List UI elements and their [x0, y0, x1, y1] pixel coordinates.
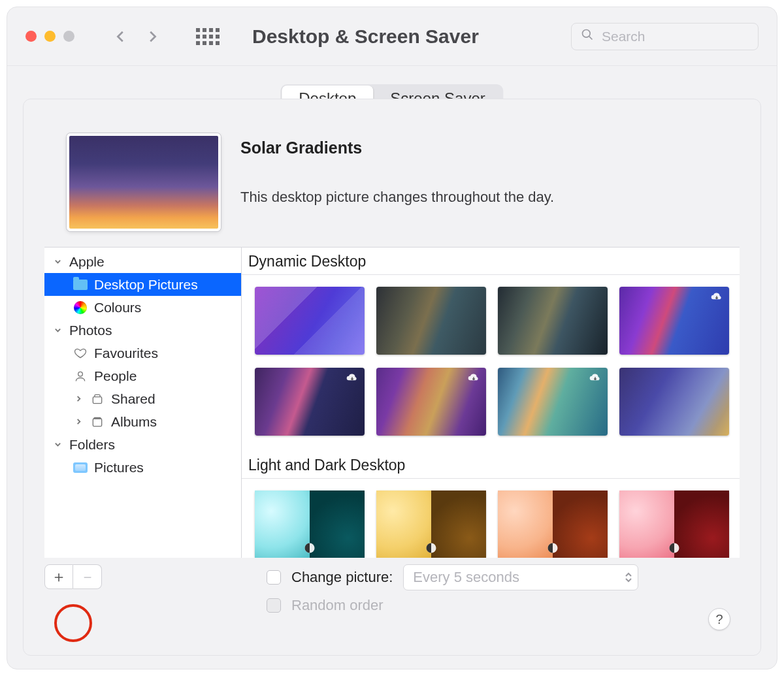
sidebar-item-label: Colours — [94, 300, 141, 315]
wallpaper-name: Solar Gradients — [240, 138, 554, 157]
back-button[interactable] — [114, 29, 128, 44]
heart-icon — [73, 346, 88, 361]
help-button[interactable]: ? — [708, 608, 730, 630]
wallpaper-thumb[interactable] — [498, 491, 608, 558]
chevron-down-icon — [52, 441, 63, 448]
select-value: Every 5 seconds — [413, 569, 519, 586]
forward-button[interactable] — [145, 29, 159, 44]
chevron-down-icon — [52, 258, 63, 265]
wallpaper-thumb[interactable] — [255, 287, 365, 355]
dynamic-icon — [425, 541, 438, 555]
stepper-icon — [625, 572, 632, 583]
sidebar-item-pictures-folder[interactable]: Pictures — [44, 456, 241, 479]
sidebar-item-label: Pictures — [94, 460, 144, 475]
sidebar-item-label: Albums — [111, 414, 157, 430]
wallpaper-thumb[interactable] — [619, 368, 729, 436]
chevron-right-icon — [73, 418, 84, 425]
wallpaper-thumb[interactable] — [255, 368, 365, 436]
chevron-right-icon — [73, 395, 84, 402]
wallpaper-caption: This desktop picture changes throughout … — [240, 189, 554, 206]
sidebar-item-albums[interactable]: Albums — [44, 410, 241, 433]
change-picture-checkbox[interactable] — [267, 570, 281, 585]
close-window[interactable] — [25, 31, 37, 42]
search-input[interactable] — [600, 28, 749, 45]
sidebar-item-label: People — [94, 368, 137, 384]
wallpaper-thumb[interactable] — [498, 287, 608, 355]
window-title: Desktop & Screen Saver — [252, 25, 479, 48]
wallpaper-thumb[interactable] — [619, 491, 729, 558]
wallpaper-thumb[interactable] — [376, 491, 486, 558]
svg-rect-4 — [93, 419, 101, 427]
toolbar: Desktop & Screen Saver — [7, 7, 777, 66]
wallpaper-gallery: Dynamic Desktop — [242, 248, 740, 558]
colour-wheel-icon — [73, 300, 88, 315]
folder-icon — [73, 278, 88, 292]
sidebar-section-label: Photos — [69, 323, 112, 338]
svg-point-0 — [583, 30, 591, 38]
dynamic-icon — [546, 541, 559, 555]
zoom-window[interactable] — [63, 31, 74, 42]
source-sidebar: Apple Desktop Pictures Colours Photos — [44, 248, 242, 558]
window-controls — [25, 31, 74, 42]
download-cloud-icon — [344, 372, 361, 385]
gallery-section-lightdark: Light and Dark Desktop — [242, 451, 740, 479]
pictures-folder-icon — [73, 460, 88, 475]
shared-icon — [90, 392, 105, 406]
sidebar-item-label: Desktop Pictures — [94, 277, 198, 293]
sidebar-item-colours[interactable]: Colours — [44, 296, 241, 319]
wallpaper-thumb[interactable] — [498, 368, 608, 436]
svg-point-2 — [78, 372, 83, 376]
svg-line-1 — [589, 37, 593, 40]
random-order-label: Random order — [291, 597, 384, 614]
sidebar-section-label: Apple — [69, 254, 105, 270]
change-interval-select[interactable]: Every 5 seconds — [403, 564, 638, 590]
show-all-prefs-icon[interactable] — [196, 28, 220, 45]
download-cloud-icon — [587, 372, 604, 385]
remove-folder-button[interactable]: － — [73, 564, 102, 589]
search-icon — [581, 28, 594, 44]
chevron-down-icon — [52, 327, 63, 334]
search-field[interactable] — [571, 23, 759, 50]
svg-rect-3 — [93, 396, 101, 403]
download-cloud-icon — [465, 372, 482, 385]
dynamic-icon — [668, 541, 681, 555]
download-cloud-icon — [708, 291, 725, 304]
sidebar-item-label: Shared — [111, 391, 155, 407]
add-folder-button[interactable]: ＋ — [44, 564, 73, 589]
prefs-window: Desktop & Screen Saver Desktop Screen Sa… — [7, 7, 777, 669]
sidebar-section-apple[interactable]: Apple — [44, 250, 241, 273]
sidebar-section-label: Folders — [69, 437, 115, 453]
dynamic-icon — [303, 541, 316, 555]
desktop-panel: Solar Gradients This desktop picture cha… — [23, 99, 761, 656]
current-wallpaper-preview — [67, 133, 221, 231]
person-icon — [73, 369, 88, 383]
albums-icon — [90, 415, 105, 429]
sidebar-section-photos[interactable]: Photos — [44, 319, 241, 342]
sidebar-item-people[interactable]: People — [44, 364, 241, 387]
change-picture-label: Change picture: — [291, 569, 393, 586]
gallery-section-dynamic: Dynamic Desktop — [242, 248, 740, 275]
sidebar-item-desktop-pictures[interactable]: Desktop Pictures — [44, 273, 241, 296]
content: Desktop Screen Saver Solar Gradients Thi… — [7, 66, 777, 669]
minimize-window[interactable] — [44, 31, 56, 42]
sidebar-item-label: Favourites — [94, 346, 158, 361]
nav-buttons — [114, 29, 159, 44]
sidebar-item-favourites[interactable]: Favourites — [44, 342, 241, 364]
sidebar-item-shared[interactable]: Shared — [44, 387, 241, 410]
wallpaper-thumb[interactable] — [376, 368, 486, 436]
wallpaper-thumb[interactable] — [255, 491, 365, 558]
wallpaper-thumb[interactable] — [376, 287, 486, 355]
wallpaper-thumb[interactable] — [619, 287, 729, 355]
sidebar-section-folders[interactable]: Folders — [44, 433, 241, 456]
random-order-checkbox — [267, 598, 281, 613]
svg-rect-5 — [94, 417, 101, 419]
